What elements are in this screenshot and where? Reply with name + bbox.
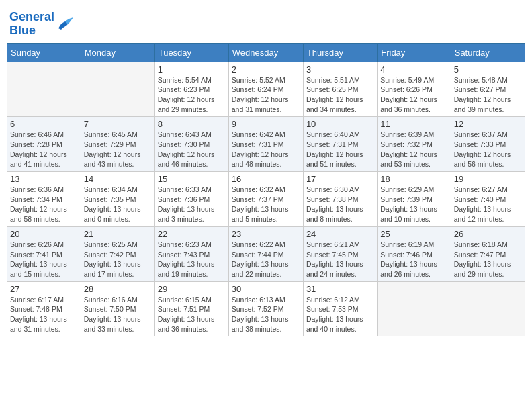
day-number: 15 <box>158 174 226 184</box>
day-info: Sunrise: 6:43 AMSunset: 7:30 PMDaylight:… <box>158 130 226 169</box>
day-number: 21 <box>84 229 152 239</box>
calendar-cell <box>7 62 81 117</box>
calendar-week-row: 27Sunrise: 6:17 AMSunset: 7:48 PMDayligh… <box>7 281 525 336</box>
logo-text: GeneralBlue <box>9 11 54 38</box>
calendar-cell: 29Sunrise: 6:15 AMSunset: 7:51 PMDayligh… <box>154 281 228 336</box>
day-info: Sunrise: 6:42 AMSunset: 7:31 PMDaylight:… <box>232 130 300 169</box>
day-info: Sunrise: 6:18 AMSunset: 7:47 PMDaylight:… <box>454 240 522 279</box>
calendar-cell: 19Sunrise: 6:27 AMSunset: 7:40 PMDayligh… <box>451 172 525 227</box>
day-number: 24 <box>306 229 374 239</box>
day-number: 16 <box>232 174 300 184</box>
day-number: 10 <box>306 119 374 129</box>
day-info: Sunrise: 6:46 AMSunset: 7:28 PMDaylight:… <box>10 130 78 169</box>
day-number: 28 <box>84 284 152 294</box>
day-number: 14 <box>84 174 152 184</box>
calendar-cell: 23Sunrise: 6:22 AMSunset: 7:44 PMDayligh… <box>228 226 303 281</box>
calendar-cell: 21Sunrise: 6:25 AMSunset: 7:42 PMDayligh… <box>81 226 154 281</box>
day-info: Sunrise: 6:12 AMSunset: 7:53 PMDaylight:… <box>306 295 374 334</box>
day-number: 31 <box>306 284 374 294</box>
day-info: Sunrise: 6:30 AMSunset: 7:38 PMDaylight:… <box>306 185 374 224</box>
day-info: Sunrise: 6:16 AMSunset: 7:50 PMDaylight:… <box>84 295 152 334</box>
calendar-cell: 15Sunrise: 6:33 AMSunset: 7:36 PMDayligh… <box>154 172 228 227</box>
day-number: 22 <box>158 229 226 239</box>
day-info: Sunrise: 6:26 AMSunset: 7:41 PMDaylight:… <box>10 240 78 279</box>
calendar-cell: 27Sunrise: 6:17 AMSunset: 7:48 PMDayligh… <box>7 281 81 336</box>
calendar-cell: 5Sunrise: 5:48 AMSunset: 6:27 PMDaylight… <box>451 62 525 117</box>
calendar-week-row: 1Sunrise: 5:54 AMSunset: 6:23 PMDaylight… <box>7 62 525 117</box>
calendar-cell: 22Sunrise: 6:23 AMSunset: 7:43 PMDayligh… <box>154 226 228 281</box>
day-info: Sunrise: 6:45 AMSunset: 7:29 PMDaylight:… <box>84 130 152 169</box>
calendar-cell: 7Sunrise: 6:45 AMSunset: 7:29 PMDaylight… <box>81 117 154 172</box>
day-number: 6 <box>10 119 78 129</box>
day-info: Sunrise: 6:19 AMSunset: 7:46 PMDaylight:… <box>380 240 447 279</box>
day-number: 17 <box>306 174 374 184</box>
calendar-cell: 17Sunrise: 6:30 AMSunset: 7:38 PMDayligh… <box>303 172 377 227</box>
day-info: Sunrise: 6:29 AMSunset: 7:39 PMDaylight:… <box>380 185 447 224</box>
day-info: Sunrise: 5:52 AMSunset: 6:24 PMDaylight:… <box>232 75 300 115</box>
day-info: Sunrise: 6:33 AMSunset: 7:36 PMDaylight:… <box>158 185 226 224</box>
day-number: 3 <box>306 64 374 75</box>
calendar-cell: 13Sunrise: 6:36 AMSunset: 7:34 PMDayligh… <box>7 172 81 227</box>
day-number: 7 <box>84 119 152 129</box>
calendar-cell: 24Sunrise: 6:21 AMSunset: 7:45 PMDayligh… <box>303 226 377 281</box>
day-info: Sunrise: 6:32 AMSunset: 7:37 PMDaylight:… <box>232 185 300 224</box>
weekday-header-row: SundayMondayTuesdayWednesdayThursdayFrid… <box>7 43 525 62</box>
day-number: 1 <box>158 64 226 75</box>
day-info: Sunrise: 6:34 AMSunset: 7:35 PMDaylight:… <box>84 185 152 224</box>
calendar-cell: 30Sunrise: 6:13 AMSunset: 7:52 PMDayligh… <box>228 281 303 336</box>
weekday-header-sunday: Sunday <box>7 43 81 62</box>
day-number: 27 <box>10 284 78 294</box>
day-number: 5 <box>454 64 522 75</box>
day-number: 29 <box>158 284 226 294</box>
calendar-week-row: 20Sunrise: 6:26 AMSunset: 7:41 PMDayligh… <box>7 226 525 281</box>
calendar-cell: 31Sunrise: 6:12 AMSunset: 7:53 PMDayligh… <box>303 281 377 336</box>
day-number: 30 <box>232 284 300 294</box>
day-number: 4 <box>380 64 447 75</box>
day-info: Sunrise: 6:22 AMSunset: 7:44 PMDaylight:… <box>232 240 300 279</box>
day-number: 12 <box>454 119 522 129</box>
calendar-cell: 26Sunrise: 6:18 AMSunset: 7:47 PMDayligh… <box>451 226 525 281</box>
day-info: Sunrise: 6:21 AMSunset: 7:45 PMDaylight:… <box>306 240 374 279</box>
day-info: Sunrise: 6:40 AMSunset: 7:31 PMDaylight:… <box>306 130 374 169</box>
calendar-cell: 12Sunrise: 6:37 AMSunset: 7:33 PMDayligh… <box>451 117 525 172</box>
day-info: Sunrise: 6:15 AMSunset: 7:51 PMDaylight:… <box>158 295 226 334</box>
day-info: Sunrise: 6:27 AMSunset: 7:40 PMDaylight:… <box>454 185 522 224</box>
day-number: 8 <box>158 119 226 129</box>
calendar-cell: 16Sunrise: 6:32 AMSunset: 7:37 PMDayligh… <box>228 172 303 227</box>
day-number: 18 <box>380 174 447 184</box>
day-number: 19 <box>454 174 522 184</box>
calendar-cell: 11Sunrise: 6:39 AMSunset: 7:32 PMDayligh… <box>378 117 451 172</box>
calendar-cell: 18Sunrise: 6:29 AMSunset: 7:39 PMDayligh… <box>378 172 451 227</box>
page-header: GeneralBlue <box>7 7 525 38</box>
calendar-cell: 25Sunrise: 6:19 AMSunset: 7:46 PMDayligh… <box>378 226 451 281</box>
day-info: Sunrise: 6:25 AMSunset: 7:42 PMDaylight:… <box>84 240 152 279</box>
day-number: 11 <box>380 119 447 129</box>
calendar-cell: 3Sunrise: 5:51 AMSunset: 6:25 PMDaylight… <box>303 62 377 117</box>
calendar-cell: 2Sunrise: 5:52 AMSunset: 6:24 PMDaylight… <box>228 62 303 117</box>
weekday-header-tuesday: Tuesday <box>154 43 228 62</box>
weekday-header-wednesday: Wednesday <box>228 43 303 62</box>
calendar-cell: 9Sunrise: 6:42 AMSunset: 7:31 PMDaylight… <box>228 117 303 172</box>
calendar-week-row: 6Sunrise: 6:46 AMSunset: 7:28 PMDaylight… <box>7 117 525 172</box>
day-number: 13 <box>10 174 78 184</box>
weekday-header-saturday: Saturday <box>451 43 525 62</box>
calendar-cell: 1Sunrise: 5:54 AMSunset: 6:23 PMDaylight… <box>154 62 228 117</box>
day-info: Sunrise: 6:13 AMSunset: 7:52 PMDaylight:… <box>232 295 300 334</box>
logo-bird-icon <box>56 16 75 32</box>
calendar-cell: 14Sunrise: 6:34 AMSunset: 7:35 PMDayligh… <box>81 172 154 227</box>
day-info: Sunrise: 6:36 AMSunset: 7:34 PMDaylight:… <box>10 185 78 224</box>
day-number: 20 <box>10 229 78 239</box>
weekday-header-monday: Monday <box>81 43 154 62</box>
weekday-header-friday: Friday <box>378 43 451 62</box>
day-info: Sunrise: 6:37 AMSunset: 7:33 PMDaylight:… <box>454 130 522 169</box>
day-number: 25 <box>380 229 447 239</box>
calendar-cell <box>81 62 154 117</box>
calendar-table: SundayMondayTuesdayWednesdayThursdayFrid… <box>7 43 525 337</box>
day-info: Sunrise: 6:23 AMSunset: 7:43 PMDaylight:… <box>158 240 226 279</box>
weekday-header-thursday: Thursday <box>303 43 377 62</box>
day-number: 9 <box>232 119 300 129</box>
day-info: Sunrise: 5:51 AMSunset: 6:25 PMDaylight:… <box>306 75 374 115</box>
day-number: 26 <box>454 229 522 239</box>
calendar-cell: 4Sunrise: 5:49 AMSunset: 6:26 PMDaylight… <box>378 62 451 117</box>
logo: GeneralBlue <box>9 11 75 38</box>
